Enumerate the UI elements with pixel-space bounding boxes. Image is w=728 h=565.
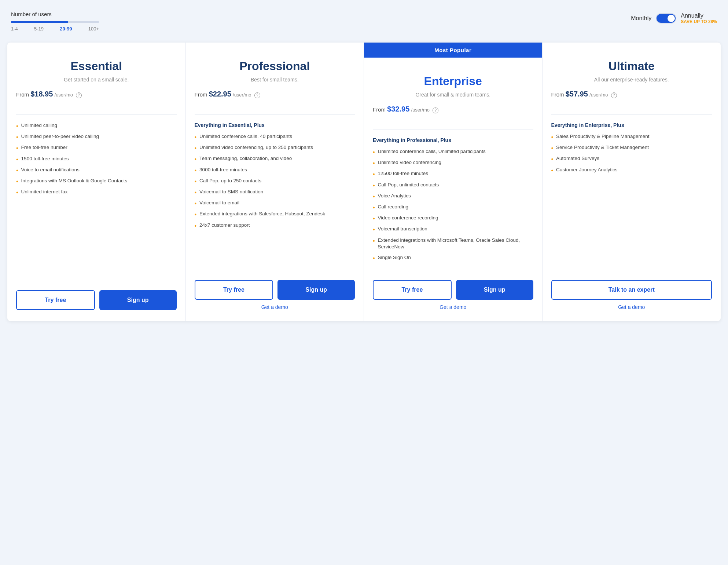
try-free-button-professional[interactable]: Try free xyxy=(195,280,273,300)
bullet-icon: • xyxy=(373,193,375,200)
feature-item: • Unlimited peer-to-peer video calling xyxy=(16,133,177,141)
feature-item: • Unlimited conference calls, Unlimited … xyxy=(373,148,533,156)
slider-tick-100plus[interactable]: 100+ xyxy=(88,26,99,32)
sign-up-button-enterprise[interactable]: Sign up xyxy=(456,280,533,300)
price-info-icon-professional[interactable]: ? xyxy=(254,92,260,98)
feature-item: • Voice to email notifications xyxy=(16,167,177,174)
get-demo-link-professional[interactable]: Get a demo xyxy=(261,304,288,310)
bullet-icon: • xyxy=(373,237,375,244)
price-unit-enterprise: /user/mo xyxy=(411,107,430,113)
feature-list-professional: • Unlimited conference calls, 40 partici… xyxy=(195,133,355,262)
feature-item: • Call Pop, unlimited contacts xyxy=(373,182,533,189)
feature-item: • Service Productivity & Ticket Manageme… xyxy=(551,144,712,152)
bullet-icon: • xyxy=(16,156,18,163)
feature-item: • Unlimited internet fax xyxy=(16,189,177,196)
slider-ticks: 1-4 5-19 20-99 100+ xyxy=(11,26,99,32)
feature-item: • Team messaging, collaboration, and vid… xyxy=(195,155,355,163)
price-info-icon-ultimate[interactable]: ? xyxy=(611,92,617,98)
get-demo-link-enterprise[interactable]: Get a demo xyxy=(440,304,466,310)
plan-price-essential: From $18.95 /user/mo ? xyxy=(16,90,177,98)
try-free-button-enterprise[interactable]: Try free xyxy=(373,280,452,300)
bullet-icon: • xyxy=(195,189,197,196)
plan-name-essential: Essential xyxy=(16,59,177,73)
bullet-icon: • xyxy=(551,134,554,141)
plan-card-enterprise: Enterprise Great for small & medium team… xyxy=(364,58,542,321)
bullet-icon: • xyxy=(16,167,18,174)
bullet-icon: • xyxy=(373,160,375,167)
users-section: Number of users 1-4 5-19 20-99 100+ xyxy=(11,11,99,32)
feature-item: • Single Sign On xyxy=(373,254,533,262)
bullet-icon: • xyxy=(195,178,197,185)
bullet-icon: • xyxy=(373,149,375,156)
feature-item: • Voicemail transcription xyxy=(373,226,533,233)
cta-buttons-essential: Try free Sign up xyxy=(16,290,177,310)
feature-item: • Unlimited video conferencing xyxy=(373,159,533,167)
feature-item: • Video conference recording xyxy=(373,215,533,222)
cta-buttons-professional: Try free Sign up xyxy=(195,280,355,300)
plan-price-professional: From $22.95 /user/mo ? xyxy=(195,90,355,98)
bullet-icon: • xyxy=(195,145,197,152)
bullet-icon: • xyxy=(373,204,375,211)
billing-toggle-switch[interactable] xyxy=(656,13,676,23)
plan-tagline-essential: Get started on a small scale. xyxy=(16,77,177,83)
plan-tagline-ultimate: All our enterprise-ready features. xyxy=(551,77,712,83)
plan-card-essential: Essential Get started on a small scale. … xyxy=(7,43,186,321)
feature-item: • 3000 toll-free minutes xyxy=(195,167,355,174)
pricing-grid: Essential Get started on a small scale. … xyxy=(7,43,721,321)
bullet-icon: • xyxy=(373,171,375,178)
feature-item: • Unlimited video conferencing, up to 25… xyxy=(195,144,355,152)
feature-item: • Call recording xyxy=(373,204,533,211)
top-controls: Number of users 1-4 5-19 20-99 100+ Mont… xyxy=(7,11,721,32)
bullet-icon: • xyxy=(551,167,554,174)
price-unit-ultimate: /user/mo xyxy=(589,92,608,98)
try-free-button-essential[interactable]: Try free xyxy=(16,290,95,310)
get-demo-link-ultimate[interactable]: Get a demo xyxy=(618,304,645,310)
users-label: Number of users xyxy=(11,11,99,17)
price-amount-professional: $22.95 xyxy=(209,90,231,98)
bullet-icon: • xyxy=(373,255,375,262)
feature-item: • Voicemail to email xyxy=(195,200,355,207)
feature-item: • Voicemail to SMS notification xyxy=(195,189,355,196)
plan-tagline-enterprise: Great for small & medium teams. xyxy=(373,92,533,98)
bullet-icon: • xyxy=(16,145,18,152)
price-amount-enterprise: $32.95 xyxy=(387,105,409,113)
plan-card-enterprise-wrapper: Most Popular Enterprise Great for small … xyxy=(364,43,543,321)
feature-item: • 12500 toll-free minutes xyxy=(373,170,533,178)
divider-essential xyxy=(16,114,177,115)
feature-item: • 1500 toll-free minutes xyxy=(16,156,177,163)
plan-price-enterprise: From $32.95 /user/mo ? xyxy=(373,105,533,113)
plan-card-ultimate: Ultimate All our enterprise-ready featur… xyxy=(543,43,721,321)
feature-item: • Call Pop, up to 250 contacts xyxy=(195,178,355,185)
cta-buttons-ultimate: Talk to an expert xyxy=(551,280,712,300)
feature-item: • Extended integrations with Microsoft T… xyxy=(373,237,533,251)
sign-up-button-essential[interactable]: Sign up xyxy=(99,290,177,310)
slider-tick-5-19[interactable]: 5-19 xyxy=(34,26,44,32)
feature-item: • Customer Journey Analytics xyxy=(551,167,712,174)
bullet-icon: • xyxy=(16,178,18,185)
slider-track xyxy=(11,21,99,23)
slider-tick-20-99[interactable]: 20-99 xyxy=(60,26,72,32)
feature-item: • Integrations with MS Outlook & Google … xyxy=(16,178,177,185)
sign-up-button-professional[interactable]: Sign up xyxy=(277,280,355,300)
slider-fill xyxy=(11,21,68,23)
price-info-icon-essential[interactable]: ? xyxy=(76,92,82,98)
billing-toggle: Monthly Annually SAVE UP TO 28% xyxy=(631,12,717,24)
bullet-icon: • xyxy=(16,189,18,196)
price-info-icon-enterprise[interactable]: ? xyxy=(433,107,438,113)
bullet-icon: • xyxy=(373,226,375,233)
slider-container[interactable]: 1-4 5-19 20-99 100+ xyxy=(11,21,99,32)
bullet-icon: • xyxy=(195,200,197,207)
feature-item: • 24x7 customer support xyxy=(195,222,355,229)
features-header-professional: Everything in Essential, Plus xyxy=(195,122,355,128)
bullet-icon: • xyxy=(551,145,554,152)
divider-professional xyxy=(195,114,355,115)
price-from-professional: From xyxy=(195,91,209,98)
divider-enterprise xyxy=(373,130,533,130)
slider-tick-1-4[interactable]: 1-4 xyxy=(11,26,18,32)
feature-list-essential: • Unlimited calling • Unlimited peer-to-… xyxy=(16,122,177,272)
talk-to-expert-button-ultimate[interactable]: Talk to an expert xyxy=(551,280,712,300)
bullet-icon: • xyxy=(195,211,197,218)
bullet-icon: • xyxy=(16,134,18,141)
plan-name-professional: Professional xyxy=(195,59,355,73)
features-header-enterprise: Everything in Professional, Plus xyxy=(373,137,533,143)
